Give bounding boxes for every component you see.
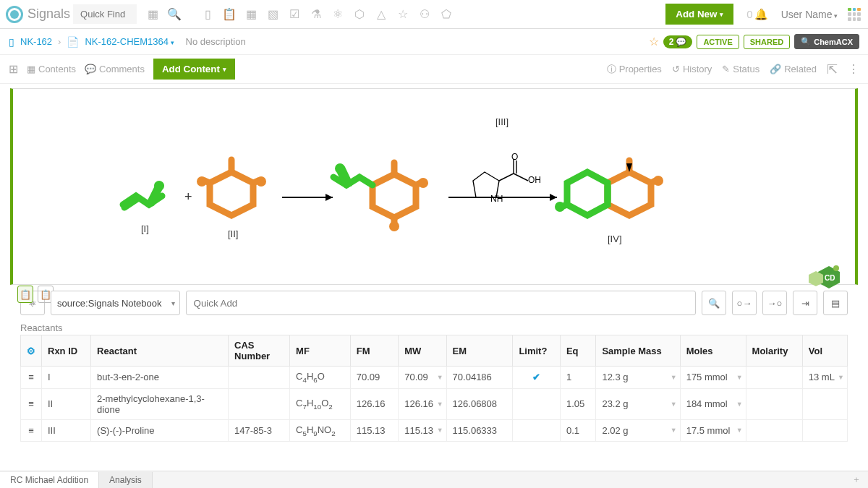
chevron-down-icon[interactable]: ▼ (736, 374, 743, 381)
app-logo[interactable]: Signals (6, 6, 70, 23)
optimize-icon[interactable]: ○→ (732, 291, 757, 315)
notebook-icon[interactable]: ▯ (197, 4, 218, 25)
calendar-icon[interactable]: ▦ (241, 4, 261, 25)
chevron-down-icon[interactable]: ▼ (437, 374, 443, 381)
col-samplemass[interactable]: Sample Mass (596, 335, 680, 367)
chevron-down-icon[interactable]: ▼ (736, 427, 743, 434)
cell-moles[interactable]: 175 mmol▼ (680, 367, 746, 389)
cell-samplemass[interactable]: 2.02 g▼ (596, 419, 680, 442)
tab-michael-addition[interactable]: RC Michael Addition (0, 472, 99, 488)
cell-limit[interactable] (513, 388, 561, 419)
breadcrumb-description[interactable]: No description (186, 36, 246, 47)
drag-handle-icon[interactable]: ≡ (21, 419, 42, 442)
export-icon[interactable]: ⇥ (793, 291, 817, 315)
kebab-icon[interactable]: ⋮ (848, 62, 859, 76)
drag-handle-icon[interactable]: ≡ (21, 388, 42, 419)
cell-reactant[interactable]: (S)-(-)-Proline (91, 419, 229, 442)
status-active-pill[interactable]: ACTIVE (697, 35, 739, 49)
col-eq[interactable]: Eq (560, 335, 596, 367)
col-mf[interactable]: MF (290, 335, 351, 367)
chevron-down-icon[interactable]: ▼ (671, 427, 677, 434)
cell-moles[interactable]: 17.5 mmol▼ (680, 419, 746, 442)
favorite-star-icon[interactable]: ☆ (649, 35, 659, 48)
columns-icon[interactable]: ▤ (823, 291, 848, 315)
add-tab-icon[interactable]: ＋ (845, 471, 868, 488)
cell-molarity[interactable] (746, 419, 802, 442)
layout-toggle-icon[interactable]: ⊞ (9, 62, 18, 76)
related-link[interactable]: 🔗Related (770, 64, 817, 74)
presentation-icon[interactable]: ▧ (263, 4, 283, 25)
cell-vol[interactable] (802, 419, 847, 442)
cell-vol[interactable] (802, 388, 847, 419)
gear-header-icon[interactable]: ⚙ (21, 335, 42, 367)
chemacx-button[interactable]: 🔍ChemACX (794, 34, 859, 49)
properties-link[interactable]: ⓘProperties (607, 63, 662, 76)
paste-structure-icon[interactable]: 📋 (17, 286, 33, 303)
chevron-down-icon[interactable]: ▼ (437, 427, 443, 434)
chevron-down-icon[interactable]: ▼ (671, 401, 677, 408)
col-mw[interactable]: MW (399, 335, 446, 367)
cell-eq[interactable]: 1.05 (560, 388, 596, 419)
add-new-button[interactable]: Add New (665, 4, 733, 25)
hex-icon[interactable]: ⬡ (349, 4, 370, 25)
cell-samplemass[interactable]: 12.3 g▼ (596, 367, 680, 389)
cell-moles[interactable]: 184 mmol▼ (680, 388, 746, 419)
search-icon[interactable]: 🔍 (164, 4, 184, 25)
tab-analysis[interactable]: Analysis (99, 472, 153, 488)
history-link[interactable]: ↺History (672, 64, 712, 74)
cell-limit[interactable]: ✔ (513, 367, 561, 389)
col-cas[interactable]: CAS Number (229, 335, 290, 367)
chevron-down-icon[interactable]: ▼ (437, 401, 443, 408)
status-link[interactable]: ✎Status (722, 64, 760, 74)
add-content-button[interactable]: Add Content (153, 59, 235, 80)
col-limit[interactable]: Limit? (513, 335, 561, 367)
col-moles[interactable]: Moles (680, 335, 746, 367)
search-button-icon[interactable]: 🔍 (702, 291, 726, 315)
breadcrumb-parent[interactable]: NK-162 (20, 36, 52, 47)
flask-icon[interactable]: ⚗ (306, 4, 326, 25)
cell-mw[interactable]: 70.09▼ (399, 367, 446, 389)
user-icon[interactable]: ⚇ (414, 4, 435, 25)
col-vol[interactable]: Vol (802, 335, 847, 367)
cell-reactant[interactable]: 2-methylcyclohexane-1,3-dione (91, 388, 229, 419)
col-rxnid[interactable]: Rxn ID (42, 335, 91, 367)
status-shared-pill[interactable]: SHARED (744, 35, 790, 49)
quick-add-input[interactable] (186, 291, 696, 315)
col-fm[interactable]: FM (350, 335, 398, 367)
col-reactant[interactable]: Reactant (91, 335, 229, 367)
clipboard-icon[interactable]: 📋 (219, 4, 239, 25)
chevron-down-icon[interactable]: ▼ (736, 401, 743, 408)
checklist-icon[interactable]: ☑ (284, 4, 305, 25)
notifications-button[interactable]: 0 🔔 (746, 8, 767, 21)
cell-samplemass[interactable]: 23.2 g▼ (596, 388, 680, 419)
breadcrumb-current[interactable]: NK-162-CHEM1364 (85, 36, 174, 47)
cell-mw[interactable]: 115.13▼ (399, 419, 446, 442)
cell-molarity[interactable] (746, 367, 802, 389)
molecule-icon[interactable]: ⚛ (328, 4, 348, 25)
popout-icon[interactable]: ⇱ (827, 61, 838, 77)
comments-badge[interactable]: 2💬 (663, 35, 693, 48)
contents-tab[interactable]: ▦Contents (27, 64, 76, 74)
quick-find-input[interactable] (73, 4, 137, 24)
dashboard-icon[interactable]: ▦ (142, 4, 163, 25)
comments-tab[interactable]: 💬Comments (85, 64, 145, 74)
cell-reactant[interactable]: but-3-en-2-one (91, 367, 229, 389)
cell-eq[interactable]: 1 (560, 367, 596, 389)
forward-icon[interactable]: →○ (762, 291, 787, 315)
source-select[interactable]: source:Signals Notebook (51, 291, 180, 315)
cell-vol[interactable]: 13 mL▼ (802, 367, 847, 389)
cell-mw[interactable]: 126.16▼ (399, 388, 446, 419)
cube-icon[interactable]: ⬠ (436, 4, 456, 25)
chevron-down-icon[interactable]: ▼ (671, 374, 677, 381)
col-molarity[interactable]: Molarity (746, 335, 802, 367)
user-menu[interactable]: User Name (781, 9, 838, 20)
drag-handle-icon[interactable]: ≡ (21, 367, 42, 389)
cell-molarity[interactable] (746, 388, 802, 419)
beaker-icon[interactable]: △ (371, 4, 391, 25)
col-em[interactable]: EM (446, 335, 513, 367)
apps-menu-icon[interactable] (846, 7, 862, 22)
chevron-down-icon[interactable]: ▼ (838, 374, 844, 381)
cell-limit[interactable] (513, 419, 561, 442)
star-icon[interactable]: ☆ (393, 4, 413, 25)
cell-eq[interactable]: 0.1 (560, 419, 596, 442)
